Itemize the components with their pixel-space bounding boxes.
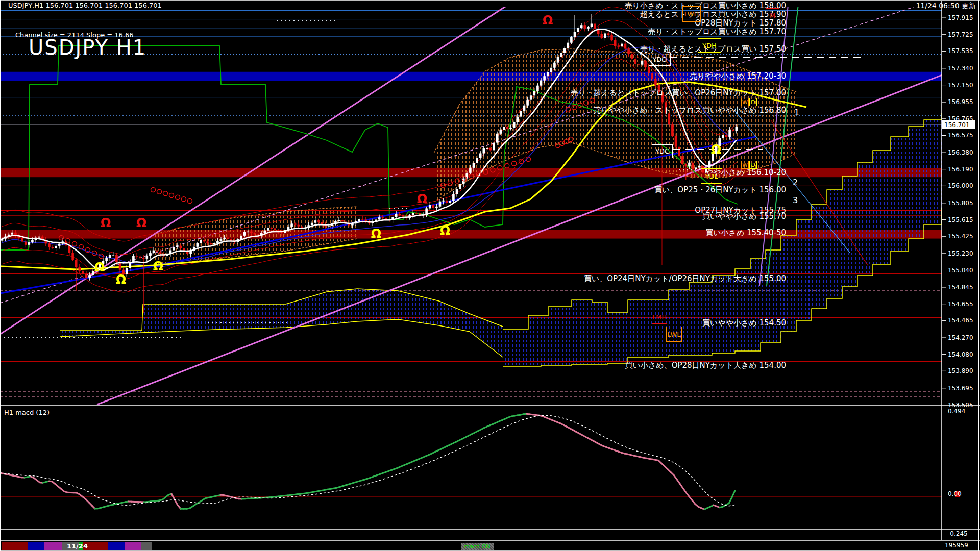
level-box-d: D [749, 98, 757, 106]
trading-chart-window: ΩΩΩΩΩΩΩΩΩΩ123157.915157.725157.535157.34… [0, 0, 980, 551]
price-annotation: 買い小さめ 155.40-50 [705, 229, 786, 237]
signal-omega-icon: Ω [136, 216, 146, 230]
price-axis-label: 156.190 [948, 166, 973, 173]
price-axis-label: 154.270 [948, 334, 973, 341]
price-axis-label: 153.890 [948, 367, 973, 374]
time-strip-segment[interactable] [141, 542, 152, 550]
price-axis-label: 157.915 [948, 14, 973, 21]
price-annotation: 買い小さめ、OP28日NYカット大きめ 154.00 [625, 361, 786, 370]
level-box-lmh: LMH [652, 310, 667, 324]
price-annotation: 買い、OP24日NYカット/OP26日NYカット大きめ 155.00 [584, 274, 786, 283]
level-box-lwl: LWL [666, 327, 682, 342]
price-axis-label: 154.080 [948, 351, 973, 358]
level-box-ydh: YDH [698, 38, 721, 53]
signal-dot [151, 188, 156, 192]
signal-dot [72, 242, 77, 246]
price-axis-label: 157.725 [948, 31, 973, 38]
slow-ma-blue [0, 137, 755, 293]
price-annotation: 買いやや小さめ 155.70 [702, 212, 786, 221]
price-axis-label: 154.655 [948, 300, 973, 308]
price-axis-label: 157.150 [948, 82, 973, 89]
level-box-m: M [766, 8, 779, 22]
macd-toggle-button[interactable]: macd ON [461, 543, 494, 550]
level-box-lwh: LWH [682, 6, 701, 22]
macd-line [732, 491, 735, 497]
signal-omega-icon: Ω [153, 259, 163, 273]
chart-canvas[interactable]: ΩΩΩΩΩΩΩΩΩΩ123157.915157.725157.535157.34… [0, 0, 980, 551]
wave-count-label: 1 [794, 108, 799, 117]
macd-axis-label: 0.494 [948, 408, 965, 415]
price-axis-label: 155.805 [948, 199, 973, 207]
signal-dot [188, 199, 192, 204]
signal-omega-icon: Ω [371, 227, 381, 241]
level-box-ydc: YDC [652, 144, 673, 158]
symbol-watermark: USDJPY H1 [29, 36, 146, 59]
price-axis-label: 155.040 [948, 267, 973, 274]
signal-omega-icon: Ω [543, 13, 553, 28]
price-axis-label: 156.955 [948, 98, 973, 106]
price-axis-label: 155.615 [948, 216, 973, 223]
price-axis-label: 157.340 [948, 65, 973, 72]
price-axis-label: 153.695 [948, 385, 973, 392]
macd-line [172, 494, 175, 499]
main-plot-area: ΩΩΩΩΩΩΩΩΩΩ [0, 0, 980, 405]
signal-omega-icon: Ω [440, 223, 450, 238]
price-annotation: 買いやや小さめ 154.50 [702, 319, 786, 328]
level-box-d: D [749, 161, 757, 169]
macd-line [680, 484, 683, 488]
wave-count-label: 2 [793, 178, 798, 187]
macd-plot-area [0, 414, 942, 509]
price-annotation: 売り小さめ・ストップロス買い小さめ 158.00 [625, 2, 786, 10]
macd-line [674, 475, 677, 480]
signal-omega-icon: Ω [116, 272, 126, 287]
macd-signal-line [0, 415, 735, 506]
level-box-w: W [741, 161, 749, 169]
macd-line [677, 480, 680, 484]
price-axis-label: 157.535 [948, 47, 973, 55]
signal-dot [79, 245, 84, 249]
signal-omega-icon: Ω [417, 192, 427, 206]
price-axis-label: 155.230 [948, 250, 973, 257]
price-annotation: 売り・超えるとストップロス買い、OP26日NYカット 157.00 [571, 89, 787, 97]
macd-indicator-label: H1 macd (12) [4, 409, 50, 416]
signal-omega-icon: Ω [711, 142, 721, 157]
price-band [0, 72, 942, 81]
signal-dot [169, 193, 174, 198]
wave-count-label: 3 [793, 195, 798, 205]
level-box-w: W [741, 98, 749, 106]
signal-dot [182, 197, 186, 202]
signal-omega-icon: Ω [101, 216, 111, 230]
kumo-cloud [60, 289, 503, 357]
macd-line [175, 499, 178, 505]
price-axis-label: 156.380 [948, 149, 973, 156]
update-time-label: 11/24 06:50 更新 [916, 2, 976, 11]
price-axis-label: 156.575 [948, 132, 973, 139]
signal-dot [519, 159, 524, 164]
price-annotation: 売りやや小さめ・ストップロス買いやや小さめ 156.80 [593, 106, 786, 115]
clock-seconds-label: 195959 [945, 542, 968, 549]
macd-line [729, 497, 732, 504]
time-strip-segment[interactable] [108, 542, 125, 550]
macd-axis-label: -0.245 [948, 530, 968, 537]
level-box-ydl: YDL [701, 168, 722, 184]
signal-dot [163, 191, 168, 196]
price-annotation: 買い、OP25・26日NYカット 156.00 [654, 186, 786, 194]
signal-dot [512, 161, 517, 166]
price-annotation: 売り・ストップロス買い小さめ 157.70 [648, 28, 786, 36]
macd-line [683, 488, 686, 493]
signal-dot [505, 163, 509, 168]
time-strip-segment[interactable] [28, 542, 44, 550]
price-axis-label: 154.845 [948, 284, 973, 291]
chart-title-bar: USDJPY,H1 156.701 156.701 156.701 156.70… [8, 2, 162, 9]
level-box-ydo: YDO [649, 53, 671, 66]
price-axis-label: 156.000 [948, 182, 973, 189]
signal-omega-icon: Ω [94, 260, 105, 274]
time-strip-segment[interactable] [2, 542, 28, 550]
price-axis-label: 154.465 [948, 317, 973, 324]
time-strip-segment[interactable] [125, 542, 141, 550]
price-annotation: 超えるとストップロス買い小さめ 157.90 [640, 10, 786, 19]
signal-dot [157, 189, 162, 194]
price-axis-label: 155.425 [948, 233, 973, 240]
time-strip-segment[interactable] [44, 542, 62, 550]
current-price-value: 156.701 [944, 121, 970, 129]
